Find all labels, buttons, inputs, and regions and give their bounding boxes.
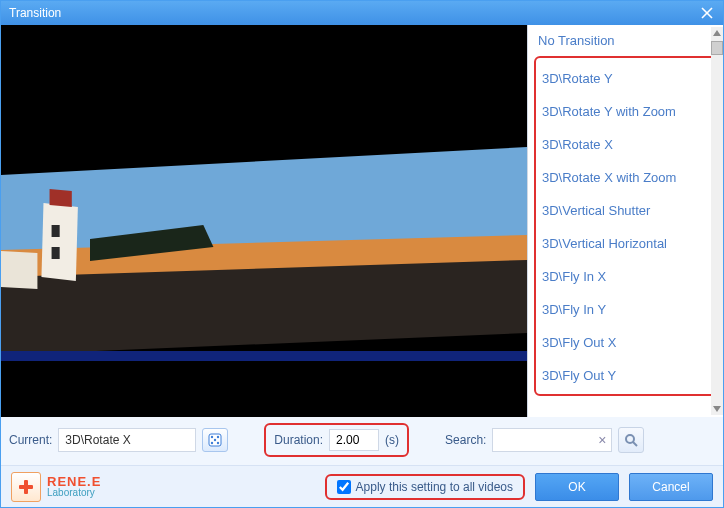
scroll-up-icon[interactable]: [711, 27, 723, 39]
bottom-bar: RENE.E Laboratory Apply this setting to …: [1, 465, 723, 507]
svg-marker-7: [50, 189, 72, 207]
preview-pane: [1, 25, 527, 417]
transition-item[interactable]: 3D\Rotate Y: [540, 62, 711, 95]
duration-group: Duration: (s): [264, 423, 409, 457]
search-wrap: ×: [492, 428, 612, 452]
clear-search-button[interactable]: ×: [598, 432, 606, 448]
brand-text: RENE.E Laboratory: [47, 475, 101, 498]
transition-item[interactable]: 3D\Fly In X: [540, 260, 711, 293]
transition-item[interactable]: 3D\Rotate Y with Zoom: [540, 95, 711, 128]
svg-point-16: [211, 436, 213, 438]
duration-label: Duration:: [274, 433, 323, 447]
transition-item[interactable]: 3D\Vertical Horizontal: [540, 227, 711, 260]
list-scrollbar[interactable]: [711, 27, 723, 415]
svg-line-22: [633, 442, 637, 446]
transition-item[interactable]: 3D\Rotate X with Zoom: [540, 161, 711, 194]
brand-logo: RENE.E Laboratory: [11, 472, 101, 502]
transition-item-none[interactable]: No Transition: [534, 29, 717, 56]
content-area: No Transition 3D\Rotate Y 3D\Rotate Y wi…: [1, 25, 723, 417]
brand-line2: Laboratory: [47, 488, 101, 498]
preview-image: [1, 25, 527, 417]
transition-dialog: Transition: [0, 0, 724, 508]
search-label: Search:: [445, 433, 486, 447]
close-icon: [701, 7, 713, 19]
search-button[interactable]: [618, 427, 644, 453]
highlight-annotation: 3D\Rotate Y 3D\Rotate Y with Zoom 3D\Rot…: [534, 56, 717, 396]
current-input[interactable]: [58, 428, 196, 452]
svg-point-17: [217, 436, 219, 438]
svg-point-18: [214, 439, 216, 441]
apply-all-group: Apply this setting to all videos: [325, 474, 525, 500]
svg-point-20: [217, 442, 219, 444]
cancel-button[interactable]: Cancel: [629, 473, 713, 501]
svg-marker-6: [41, 203, 77, 281]
search-icon: [624, 433, 638, 447]
current-label: Current:: [9, 433, 52, 447]
duration-unit: (s): [385, 433, 399, 447]
ok-button[interactable]: OK: [535, 473, 619, 501]
svg-marker-13: [713, 30, 721, 36]
random-button[interactable]: [202, 428, 228, 452]
transition-list-panel: No Transition 3D\Rotate Y 3D\Rotate Y wi…: [527, 25, 723, 417]
svg-rect-9: [52, 247, 60, 259]
svg-rect-24: [19, 485, 33, 489]
window-title: Transition: [9, 6, 699, 20]
controls-row: Current: Duration: (s) Search: ×: [1, 417, 723, 465]
close-button[interactable]: [699, 5, 715, 21]
scroll-thumb[interactable]: [711, 41, 723, 55]
svg-point-21: [626, 435, 634, 443]
transition-item[interactable]: 3D\Fly Out X: [540, 326, 711, 359]
dice-icon: [207, 432, 223, 448]
plus-icon: [17, 478, 35, 496]
scroll-down-icon[interactable]: [711, 403, 723, 415]
brand-badge-icon: [11, 472, 41, 502]
apply-all-checkbox[interactable]: [337, 480, 351, 494]
transition-item[interactable]: 3D\Vertical Shutter: [540, 194, 711, 227]
svg-rect-8: [52, 225, 60, 237]
duration-input[interactable]: [329, 429, 379, 451]
transition-item[interactable]: 3D\Fly In Y: [540, 293, 711, 326]
apply-all-label: Apply this setting to all videos: [356, 480, 513, 494]
svg-point-19: [211, 442, 213, 444]
transition-item[interactable]: 3D\Rotate X: [540, 128, 711, 161]
search-input[interactable]: [492, 428, 612, 452]
transition-item[interactable]: 3D\Fly Out Y: [540, 359, 711, 392]
svg-marker-10: [1, 251, 37, 289]
titlebar: Transition: [1, 1, 723, 25]
transition-list[interactable]: No Transition 3D\Rotate Y 3D\Rotate Y wi…: [528, 25, 723, 417]
svg-marker-14: [713, 406, 721, 412]
svg-rect-12: [1, 351, 527, 361]
